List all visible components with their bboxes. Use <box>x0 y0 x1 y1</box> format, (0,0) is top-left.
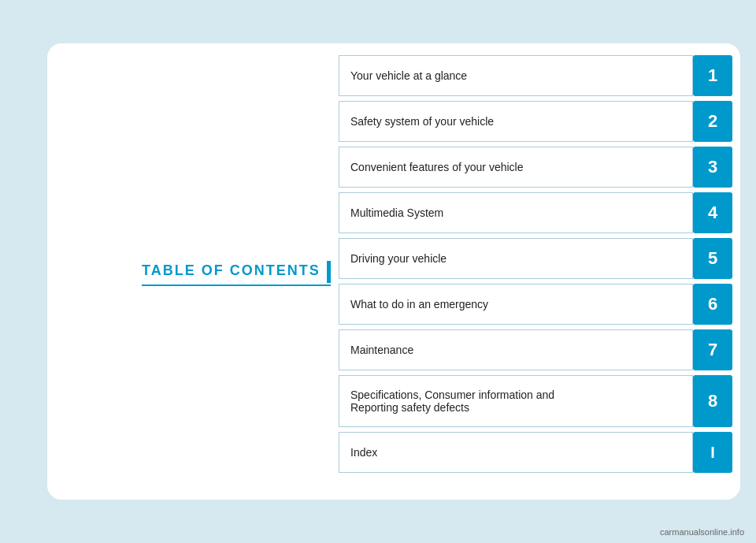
toc-text-9: Index <box>339 432 693 473</box>
toc-number-3[interactable]: 3 <box>693 147 732 188</box>
toc-number-4[interactable]: 4 <box>693 192 732 233</box>
toc-number-2[interactable]: 2 <box>693 101 732 142</box>
toc-text-1: Your vehicle at a glance <box>339 55 693 96</box>
toc-number-7[interactable]: 7 <box>693 329 732 370</box>
toc-row-7[interactable]: Maintenance 7 <box>339 329 732 370</box>
toc-row-6[interactable]: What to do in an emergency 6 <box>339 284 732 325</box>
toc-number-9[interactable]: I <box>693 432 732 473</box>
toc-row-2[interactable]: Safety system of your vehicle 2 <box>339 101 732 142</box>
page-container: TABLE OF CONTENTS Your vehicle at a glan… <box>0 0 756 543</box>
toc-bar-icon <box>327 261 331 283</box>
toc-number-5[interactable]: 5 <box>693 238 732 279</box>
toc-number-1[interactable]: 1 <box>693 55 732 96</box>
toc-text-3: Convenient features of your vehicle <box>339 147 693 188</box>
toc-title: TABLE OF CONTENTS <box>142 262 321 278</box>
left-section: TABLE OF CONTENTS <box>47 43 339 500</box>
toc-number-6[interactable]: 6 <box>693 284 732 325</box>
toc-text-4: Multimedia System <box>339 192 693 233</box>
watermark: carmanualsonline.info <box>660 527 744 537</box>
toc-text-6: What to do in an emergency <box>339 284 693 325</box>
toc-text-7: Maintenance <box>339 329 693 370</box>
toc-list: Your vehicle at a glance 1 Safety system… <box>339 55 732 492</box>
toc-row-1[interactable]: Your vehicle at a glance 1 <box>339 55 732 96</box>
toc-row-5[interactable]: Driving your vehicle 5 <box>339 238 732 279</box>
toc-row-4[interactable]: Multimedia System 4 <box>339 192 732 233</box>
toc-row-9[interactable]: Index I <box>339 432 732 473</box>
toc-number-8[interactable]: 8 <box>693 375 732 427</box>
toc-text-8: Specifications, Consumer information and… <box>339 375 693 427</box>
toc-label-wrapper: TABLE OF CONTENTS <box>142 261 331 283</box>
toc-label-area: TABLE OF CONTENTS <box>142 261 331 283</box>
toc-text-5: Driving your vehicle <box>339 238 693 279</box>
toc-row-8[interactable]: Specifications, Consumer information and… <box>339 375 732 427</box>
toc-row-3[interactable]: Convenient features of your vehicle 3 <box>339 147 732 188</box>
toc-text-2: Safety system of your vehicle <box>339 101 693 142</box>
toc-underline <box>142 285 331 286</box>
